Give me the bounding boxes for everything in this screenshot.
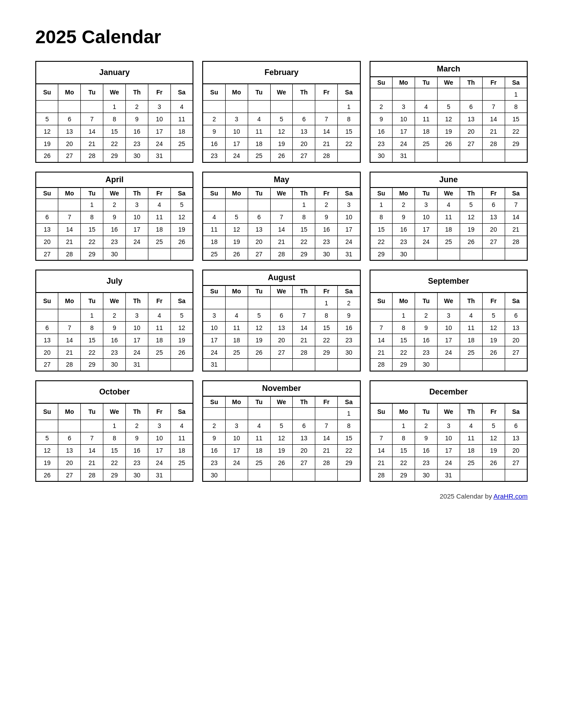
day-cell: 19 bbox=[270, 138, 293, 150]
day-header: Sa bbox=[505, 293, 527, 309]
day-cell: 14 bbox=[81, 444, 103, 457]
day-header: Fr bbox=[482, 188, 505, 199]
day-cell bbox=[505, 248, 527, 260]
day-cell: 8 bbox=[505, 101, 527, 113]
month-header-june: June bbox=[370, 172, 527, 188]
day-cell: 5 bbox=[270, 113, 293, 125]
day-header: We bbox=[270, 188, 293, 199]
day-cell: 5 bbox=[225, 211, 248, 223]
day-cell bbox=[270, 199, 293, 211]
day-cell: 14 bbox=[370, 444, 393, 457]
day-cell bbox=[36, 309, 58, 322]
day-cell: 18 bbox=[203, 236, 225, 248]
day-cell: 8 bbox=[370, 211, 393, 223]
day-cell: 28 bbox=[315, 150, 338, 162]
day-header: Tu bbox=[248, 84, 270, 100]
day-cell: 26 bbox=[36, 469, 58, 481]
day-cell: 9 bbox=[203, 432, 225, 444]
day-header: Su bbox=[370, 293, 393, 309]
month-header-august: August bbox=[203, 270, 360, 285]
day-cell: 6 bbox=[58, 432, 81, 444]
day-cell: 14 bbox=[315, 125, 338, 138]
day-cell: 8 bbox=[393, 432, 415, 444]
day-cell bbox=[415, 248, 437, 260]
day-cell: 15 bbox=[338, 125, 360, 138]
table-row: 13141516171819 bbox=[36, 223, 193, 236]
month-header-october: October bbox=[36, 381, 193, 403]
day-cell: 24 bbox=[225, 457, 248, 469]
day-header: Th bbox=[293, 188, 315, 199]
footer-link[interactable]: AraHR.com bbox=[493, 492, 528, 500]
day-cell: 3 bbox=[126, 199, 148, 211]
day-cell: 30 bbox=[126, 150, 148, 162]
table-row: 12 bbox=[203, 297, 360, 309]
day-header: Sa bbox=[170, 188, 193, 199]
day-cell: 17 bbox=[148, 125, 170, 138]
day-cell: 10 bbox=[225, 125, 248, 138]
day-cell bbox=[203, 199, 225, 211]
day-cell: 3 bbox=[437, 309, 460, 322]
day-cell: 7 bbox=[58, 211, 81, 223]
day-header: Mo bbox=[58, 293, 81, 309]
table-row: 1234567 bbox=[370, 199, 527, 211]
day-cell bbox=[370, 88, 393, 101]
day-cell: 4 bbox=[203, 211, 225, 223]
day-cell: 29 bbox=[393, 359, 415, 371]
day-cell: 24 bbox=[393, 138, 415, 150]
day-cell: 18 bbox=[437, 223, 460, 236]
day-header: We bbox=[270, 285, 293, 297]
table-row: 45678910 bbox=[203, 211, 360, 223]
day-cell: 26 bbox=[225, 248, 248, 260]
day-cell: 29 bbox=[370, 248, 393, 260]
day-cell bbox=[393, 88, 415, 101]
day-cell: 23 bbox=[103, 346, 126, 359]
day-header: We bbox=[103, 403, 126, 420]
day-header: Th bbox=[293, 84, 315, 100]
table-row: 14151617181920 bbox=[370, 334, 527, 346]
day-cell bbox=[270, 469, 293, 481]
table-row: 16171819202122 bbox=[203, 138, 360, 150]
day-cell: 29 bbox=[393, 469, 415, 481]
day-header: Sa bbox=[505, 188, 527, 199]
day-cell: 24 bbox=[203, 346, 225, 359]
day-header: We bbox=[103, 293, 126, 309]
day-header: Mo bbox=[58, 84, 81, 100]
day-cell bbox=[437, 150, 460, 162]
day-cell: 15 bbox=[293, 223, 315, 236]
day-cell: 14 bbox=[505, 211, 527, 223]
day-cell: 15 bbox=[338, 432, 360, 444]
day-cell: 14 bbox=[370, 334, 393, 346]
month-header-april: April bbox=[36, 172, 193, 188]
day-cell: 17 bbox=[338, 223, 360, 236]
day-cell: 22 bbox=[315, 334, 338, 346]
table-row: 16171819202122 bbox=[203, 444, 360, 457]
day-cell: 11 bbox=[225, 322, 248, 334]
day-cell: 21 bbox=[370, 457, 393, 469]
day-cell: 8 bbox=[103, 113, 126, 125]
day-cell: 16 bbox=[338, 322, 360, 334]
month-header-may: May bbox=[203, 172, 360, 188]
table-row: 10111213141516 bbox=[203, 322, 360, 334]
day-header: Su bbox=[203, 188, 225, 199]
day-cell: 1 bbox=[393, 420, 415, 432]
day-header: Su bbox=[370, 188, 393, 199]
day-cell: 31 bbox=[203, 359, 225, 371]
day-cell bbox=[505, 150, 527, 162]
month-header-september: September bbox=[370, 270, 527, 293]
day-cell: 5 bbox=[170, 309, 193, 322]
day-cell bbox=[505, 469, 527, 481]
day-cell bbox=[203, 407, 225, 420]
day-cell: 6 bbox=[270, 309, 293, 322]
day-header: Sa bbox=[505, 403, 527, 420]
day-cell: 12 bbox=[36, 125, 58, 138]
day-cell: 5 bbox=[248, 309, 270, 322]
day-cell bbox=[203, 297, 225, 309]
day-cell: 5 bbox=[437, 101, 460, 113]
day-cell: 7 bbox=[315, 113, 338, 125]
day-cell: 18 bbox=[248, 444, 270, 457]
day-cell: 7 bbox=[370, 322, 393, 334]
day-cell: 20 bbox=[505, 444, 527, 457]
day-cell: 19 bbox=[36, 457, 58, 469]
table-row: 6789101112 bbox=[36, 211, 193, 223]
table-row: 567891011 bbox=[36, 432, 193, 444]
